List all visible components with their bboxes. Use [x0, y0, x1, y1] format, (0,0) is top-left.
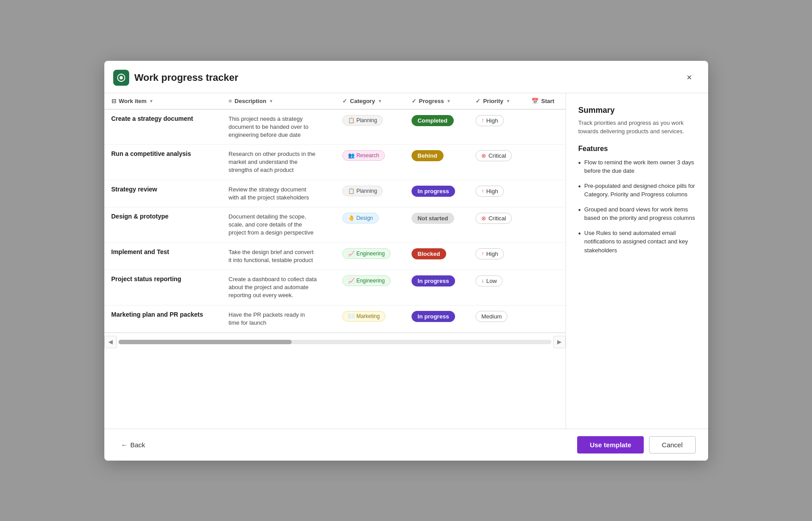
priority-cell: ↑High	[468, 243, 524, 270]
data-table: ⊟ Work item ▾ ≡ Description ▾	[104, 93, 566, 333]
calendar-icon: 📅	[531, 98, 539, 104]
category-pill[interactable]: 📋 Planning	[342, 115, 383, 126]
work-item-name-cell: Design & prototype	[104, 207, 222, 243]
work-item-name: Create a strategy document	[111, 115, 193, 122]
category-cell: 👥 Research	[335, 145, 404, 180]
priority-pill[interactable]: Medium	[475, 311, 507, 322]
sidebar-features-title: Features	[578, 145, 696, 153]
priority-down-icon: ↓	[481, 278, 484, 284]
table-row: Implement and TestTake the design brief …	[104, 243, 566, 270]
category-pill[interactable]: ✉️ Marketing	[342, 311, 385, 322]
feature-item: Flow to remind the work item owner 3 day…	[578, 158, 696, 175]
start-cell	[524, 145, 566, 180]
progress-badge[interactable]: In progress	[412, 186, 456, 197]
priority-pill[interactable]: ↑High	[475, 115, 504, 126]
description-text: Document detailing the scope, scale, and…	[229, 213, 317, 237]
priority-up-icon: ↑	[481, 117, 484, 123]
work-item-name-cell: Implement and Test	[104, 243, 222, 270]
category-pill[interactable]: 📈 Engineering	[342, 275, 390, 286]
category-pill[interactable]: 🤚 Design	[342, 213, 379, 223]
priority-up-icon: ↑	[481, 251, 484, 257]
description-cell: Document detailing the scope, scale, and…	[222, 207, 336, 243]
progress-badge[interactable]: In progress	[412, 275, 456, 286]
col-start[interactable]: 📅 Start	[524, 93, 566, 109]
start-cell	[524, 180, 566, 207]
progress-badge[interactable]: Blocked	[412, 248, 447, 259]
use-template-button[interactable]: Use template	[577, 436, 643, 453]
priority-cell: ↑High	[468, 180, 524, 207]
category-cell: 📈 Engineering	[335, 243, 404, 270]
modal-body: ⊟ Work item ▾ ≡ Description ▾	[104, 93, 708, 429]
scroll-left-button[interactable]: ◀	[104, 336, 117, 348]
progress-cell: In progress	[404, 305, 469, 332]
modal-title: Work progress tracker	[135, 72, 238, 84]
col-progress-label: Progress	[419, 98, 444, 104]
work-item-name: Marketing plan and PR packets	[111, 311, 203, 318]
work-item-name: Implement and Test	[111, 248, 169, 255]
priority-label: Medium	[481, 313, 502, 320]
back-label: Back	[131, 441, 145, 449]
description-cell: This project needs a strategy document t…	[222, 109, 336, 145]
feature-item: Grouped and board views for work items b…	[578, 205, 696, 223]
category-cell: 🤚 Design	[335, 207, 404, 243]
col-progress[interactable]: ✓ Progress ▾	[404, 93, 469, 109]
feature-text: Use Rules to send automated email notifi…	[584, 229, 695, 255]
priority-pill[interactable]: ⊗Critical	[475, 150, 512, 161]
work-item-name-cell: Strategy review	[104, 180, 222, 207]
category-pill[interactable]: 📋 Planning	[342, 186, 383, 196]
description-text: Create a dashboard to collect data about…	[229, 275, 317, 300]
progress-cell: Completed	[404, 109, 469, 145]
start-cell	[524, 243, 566, 270]
description-cell: Take the design brief and convert it int…	[222, 243, 336, 270]
work-item-name: Run a competitive analysis	[111, 150, 191, 157]
progress-badge[interactable]: Not started	[412, 213, 455, 224]
modal-container: Work progress tracker × ⊟ Work item ▾	[104, 61, 708, 461]
close-button[interactable]: ×	[683, 71, 696, 84]
feature-text: Grouped and board views for work items b…	[584, 205, 695, 223]
table-header-row: ⊟ Work item ▾ ≡ Description ▾	[104, 93, 566, 109]
chevron-down-icon: ▾	[270, 99, 272, 103]
back-button[interactable]: ← Back	[117, 438, 150, 451]
progress-badge[interactable]: Completed	[412, 115, 454, 126]
modal-footer: ← Back Use template Cancel	[104, 429, 708, 461]
priority-critical-icon: ⊗	[481, 215, 486, 222]
category-pill[interactable]: 📈 Engineering	[342, 248, 390, 259]
col-category-label: Category	[350, 98, 375, 104]
priority-pill[interactable]: ⊗Critical	[475, 213, 512, 224]
feature-text: Pre-populated and designed choice pills …	[584, 182, 695, 199]
priority-pill[interactable]: ↑High	[475, 186, 504, 197]
priority-label: Critical	[488, 215, 506, 222]
col-description[interactable]: ≡ Description ▾	[222, 93, 336, 109]
progress-badge[interactable]: Behind	[412, 150, 444, 161]
cancel-button[interactable]: Cancel	[649, 436, 696, 453]
table-row: Design & prototypeDocument detailing the…	[104, 207, 566, 243]
col-category[interactable]: ✓ Category ▾	[335, 93, 404, 109]
scrollbar-track[interactable]	[119, 340, 551, 344]
chevron-down-icon: ▾	[448, 99, 450, 103]
priority-label: High	[486, 188, 498, 195]
table-row: Project status reportingCreate a dashboa…	[104, 270, 566, 305]
category-cell: 📋 Planning	[335, 180, 404, 207]
priority-label: Critical	[488, 152, 506, 159]
modal-title-area: Work progress tracker	[113, 70, 238, 86]
progress-badge[interactable]: In progress	[412, 311, 456, 322]
start-cell	[524, 109, 566, 145]
progress-cell: Blocked	[404, 243, 469, 270]
category-pill[interactable]: 👥 Research	[342, 150, 385, 161]
col-priority-label: Priority	[483, 98, 503, 104]
priority-label: High	[486, 117, 498, 124]
modal-header: Work progress tracker ×	[104, 61, 708, 93]
priority-pill[interactable]: ↓Low	[475, 275, 503, 286]
start-cell	[524, 270, 566, 305]
priority-critical-icon: ⊗	[481, 152, 486, 159]
priority-label: High	[486, 251, 498, 257]
horizontal-scrollbar-area: ◀ ▶	[104, 333, 566, 351]
priority-pill[interactable]: ↑High	[475, 248, 504, 259]
scroll-right-button[interactable]: ▶	[553, 336, 566, 348]
work-item-name-cell: Marketing plan and PR packets	[104, 305, 222, 332]
col-priority[interactable]: ✓ Priority ▾	[468, 93, 524, 109]
work-item-name: Design & prototype	[111, 213, 169, 220]
back-arrow-icon: ←	[121, 441, 128, 449]
priority-cell: ↑High	[468, 109, 524, 145]
col-work-item[interactable]: ⊟ Work item ▾	[104, 93, 222, 109]
